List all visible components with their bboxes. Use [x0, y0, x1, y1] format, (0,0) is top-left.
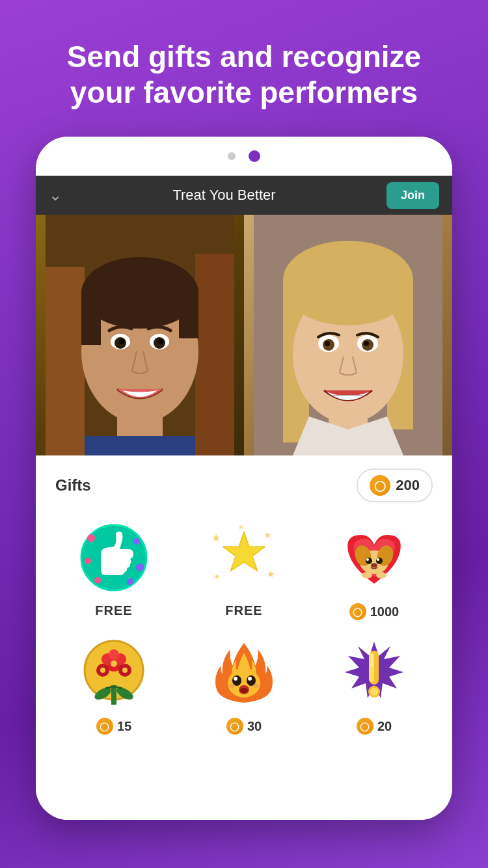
gift-thumbsup-image — [75, 519, 153, 597]
svg-point-54 — [376, 572, 386, 578]
svg-point-51 — [377, 558, 379, 561]
svg-point-49 — [376, 558, 383, 564]
gifts-grid: FREE ★ ★ ★ ★ ★ — [55, 519, 433, 735]
svg-point-50 — [366, 558, 369, 561]
gifts-section: Gifts ◯ 200 — [36, 455, 452, 820]
svg-point-32 — [87, 534, 95, 542]
svg-point-48 — [366, 558, 372, 564]
phone-mockup: ⌄ Treat You Better Join — [36, 137, 452, 820]
coin-icon: ◯ — [370, 475, 390, 496]
svg-point-65 — [109, 649, 119, 660]
video-left-performer — [36, 215, 244, 455]
svg-text:★: ★ — [267, 569, 275, 579]
svg-point-33 — [133, 538, 140, 545]
svg-point-66 — [111, 660, 117, 667]
gift-exclamation-price-amount: 20 — [377, 719, 392, 734]
svg-text:★: ★ — [213, 572, 221, 581]
coin-icon-exclamation: ◯ — [357, 718, 373, 735]
svg-point-72 — [234, 677, 237, 681]
svg-rect-8 — [179, 293, 198, 338]
svg-text:★: ★ — [264, 530, 272, 540]
gift-flame-image — [205, 633, 283, 711]
video-header: ⌄ Treat You Better Join — [36, 176, 452, 215]
gift-bouquet-price: ◯ 15 — [96, 718, 131, 735]
join-button[interactable]: Join — [386, 182, 439, 209]
gift-bouquet-price-amount: 15 — [117, 719, 131, 734]
gift-exclamation-image — [335, 633, 413, 711]
gift-flame[interactable]: ◯ 30 — [185, 633, 303, 735]
svg-point-35 — [136, 563, 144, 571]
svg-text:★: ★ — [211, 532, 221, 543]
svg-point-75 — [240, 688, 248, 693]
header-line2: your favorite performers — [70, 75, 418, 109]
svg-rect-15 — [85, 436, 195, 455]
svg-point-81 — [370, 688, 378, 696]
svg-point-36 — [94, 577, 101, 584]
gift-thumbsup-price: FREE — [95, 603, 132, 618]
header-text: Send gifts and recognize your favorite p… — [28, 0, 460, 137]
collapse-icon[interactable]: ⌄ — [49, 186, 62, 204]
performer-right-visual — [244, 215, 452, 455]
gift-flame-price-amount: 30 — [247, 719, 262, 734]
coins-amount: 200 — [396, 477, 420, 494]
svg-point-23 — [291, 267, 405, 325]
gift-corgi-price: ◯ 1000 — [349, 603, 400, 620]
svg-point-34 — [85, 558, 91, 564]
gift-star-image: ★ ★ ★ ★ ★ — [205, 519, 283, 597]
svg-point-29 — [364, 341, 369, 346]
gift-corgi-price-amount: 1000 — [370, 604, 400, 619]
gift-corgi-image — [335, 519, 413, 597]
gift-bouquet-image — [75, 633, 153, 711]
svg-point-13 — [119, 339, 124, 344]
gifts-header: Gifts ◯ 200 — [55, 468, 433, 502]
coin-icon-bouquet: ◯ — [96, 718, 113, 735]
svg-rect-7 — [81, 293, 101, 345]
gift-star-price: FREE — [225, 603, 262, 618]
svg-point-53 — [362, 572, 372, 578]
svg-point-73 — [248, 677, 252, 681]
svg-point-52 — [371, 563, 377, 568]
video-right-performer — [244, 215, 452, 455]
gift-thumbsup[interactable]: FREE — [55, 519, 172, 620]
header-line1: Send gifts and recognize — [67, 40, 421, 74]
phone-screen: ⌄ Treat You Better Join — [36, 176, 452, 820]
coin-icon-corgi: ◯ — [349, 603, 366, 620]
coins-balance: ◯ 200 — [357, 468, 433, 502]
gift-corgi[interactable]: ◯ 1000 — [316, 519, 433, 620]
svg-point-28 — [325, 341, 330, 346]
svg-point-14 — [158, 339, 163, 344]
song-title: Treat You Better — [62, 187, 386, 204]
svg-rect-3 — [195, 254, 234, 455]
svg-text:★: ★ — [237, 522, 245, 532]
video-area: ⌄ Treat You Better Join — [36, 176, 452, 455]
gifts-title: Gifts — [55, 476, 91, 495]
pagination-dot-1 — [228, 152, 236, 160]
performer-left-visual — [36, 215, 244, 455]
gift-exclamation[interactable]: ◯ 20 — [316, 633, 433, 735]
gift-flame-price: ◯ 30 — [226, 718, 262, 735]
svg-point-77 — [252, 684, 259, 688]
svg-point-67 — [100, 668, 105, 673]
gift-bouquet[interactable]: ◯ 15 — [55, 633, 172, 735]
coin-icon-flame: ◯ — [226, 718, 243, 735]
gift-exclamation-price: ◯ 20 — [357, 718, 392, 735]
svg-point-37 — [127, 578, 133, 585]
video-content — [36, 215, 452, 455]
gift-star[interactable]: ★ ★ ★ ★ ★ FREE — [185, 519, 303, 620]
phone-top — [36, 137, 452, 176]
svg-rect-2 — [46, 267, 85, 455]
pagination-dot-2 — [249, 150, 260, 162]
svg-point-68 — [122, 668, 128, 673]
svg-rect-82 — [371, 654, 373, 667]
svg-point-76 — [229, 684, 236, 688]
